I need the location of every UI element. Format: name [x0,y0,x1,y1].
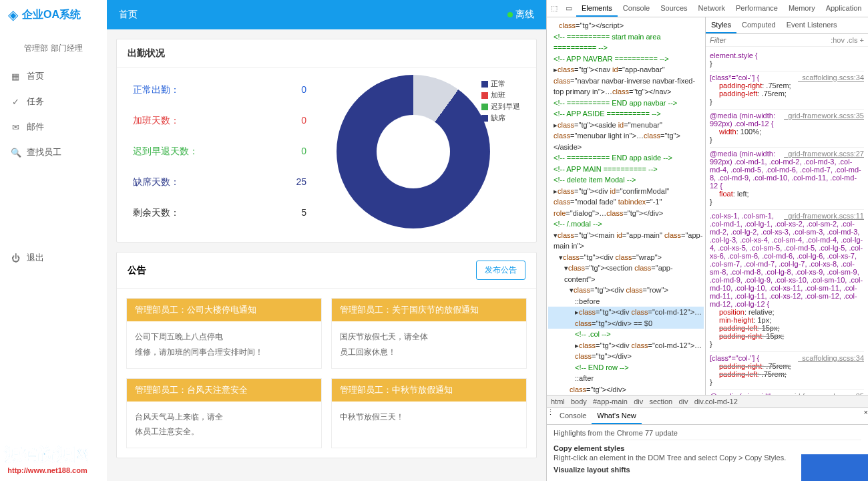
devtools-tab-application[interactable]: Application [821,1,867,17]
dom-node[interactable]: <!-- ========== END app aside --> [548,152,704,164]
notice-card[interactable]: 管理部员工：台风天注意安全台风天气马上来临，请全体员工注意安全。 [126,378,322,449]
devtools-tab-performance[interactable]: Performance [730,1,783,17]
dom-node[interactable]: <!-- .col --> [548,329,704,340]
stat-value: 0 [280,115,306,127]
dom-node[interactable]: <!-- ========== END app navbar --> [548,98,704,109]
drawer-headline: Highlights from the Chrome 77 update [554,429,861,440]
dom-node[interactable]: ▸class="tg"><div class="col-md-12">…clas… [548,307,704,329]
dom-node[interactable]: ::before [548,296,704,307]
devtools-tab-network[interactable]: Network [693,1,730,17]
elements-tree[interactable]: class="tg"></script​><!-- ========== sta… [547,17,706,395]
stat-label: 缺席天数： [133,176,226,188]
legend-label: 迟到早退 [491,102,520,112]
dom-node[interactable]: ▸class="tg"><nav id="app-navbar" class="… [548,64,704,98]
legend-label: 正常 [491,79,505,89]
devtools-tab-memory[interactable]: Memory [783,1,821,17]
nav-item-3[interactable]: 🔍查找员工 [0,140,107,165]
dom-node[interactable]: ▸class="tg"><div id="confirmModal" class… [548,186,704,219]
nav-item-2[interactable]: ✉邮件 [0,114,107,140]
chart-legend: 正常加班迟到早退缺席 [481,79,520,124]
dom-node[interactable]: ▸class="tg"><div class="col-md-12">…clas… [548,340,704,362]
logo[interactable]: ◈ 企业OA系统 [0,0,107,29]
attendance-panel: 出勤状况 正常出勤：0加班天数：0迟到早退天数：0缺席天数：25剩余天数：5 正… [116,39,537,243]
breadcrumb[interactable]: html body #app-main div section div div.… [547,395,868,408]
notice-head: 管理部员工：中秋节放假通知 [332,379,526,402]
inspect-icon[interactable]: ⬚ [547,4,562,13]
attendance-title: 出勤状况 [117,39,536,68]
crumb-item[interactable]: div [634,397,643,406]
css-rule[interactable]: _scaffolding.scss:34[class*="col-"] {pad… [710,352,864,390]
dom-node[interactable]: <!-- END row --> [548,362,704,373]
dom-node[interactable]: <!-- ========== start main area ========… [548,31,704,53]
devtools-tab-sources[interactable]: Sources [655,1,692,17]
drawer-body: Highlights from the Chrome 77 update Cop… [547,425,868,481]
dom-node[interactable]: ▾class="tg"><section class="app-content"… [548,263,704,285]
dom-node[interactable]: ▾class="tg"><div class="row"> [548,285,704,296]
styles-tab-styles[interactable]: Styles [706,17,736,33]
dom-node[interactable]: ::after [548,373,704,384]
styles-tab-computed[interactable]: Computed [736,17,781,33]
crumb-item[interactable]: html [551,397,565,406]
nav-item-1[interactable]: ✓任务 [0,89,107,114]
stat-row: 正常出勤：0 [133,75,306,106]
dom-node[interactable]: <!-- APP MAIN ========== --> [548,164,704,175]
watermark: 源码资源网 http://www.net188.com [4,443,91,474]
crumb-item[interactable]: #app-main [593,397,628,406]
stat-label: 剩余天数： [133,207,226,219]
css-rule[interactable]: _grid-framework.scss:27@media (min-width… [710,148,864,210]
drawer-tab-what-s-new[interactable]: What's New [592,408,641,424]
devtools-tab-console[interactable]: Console [618,1,655,17]
css-rule[interactable]: _grid-framework.scss:11.col-xs-1, .col-s… [710,210,864,352]
stat-row: 剩余天数：5 [133,198,306,228]
styles-filter-input[interactable] [710,36,750,44]
dom-node[interactable]: <!-- /.modal --> [548,218,704,230]
notice-card[interactable]: 管理部员工：公司大楼停电通知公司下周五晚上八点停电维修，请加班的同事合理安排时间… [126,298,322,369]
notice-card[interactable]: 管理部员工：关于国庆节的放假通知国庆节放假七天，请全体员工回家休息！ [331,298,527,369]
publish-notice-button[interactable]: 发布公告 [476,261,525,280]
device-icon[interactable]: ▭ [562,4,576,13]
styles-tab-event-listeners[interactable]: Event Listeners [781,17,843,33]
nav-icon: ▦ [11,71,20,82]
drawer-graphic [801,454,868,481]
attendance-donut-chart [337,75,490,228]
drawer-close-icon[interactable]: × [864,408,868,424]
dom-node[interactable]: ▾class="tg"><div class="wrap"> [548,252,704,263]
crumb-item[interactable]: body [571,397,587,406]
drawer-tab-console[interactable]: Console [554,408,592,424]
legend-item: 正常 [481,79,520,89]
css-rule[interactable]: _scaffolding.scss:34[class*="col-"] {pad… [710,71,864,110]
crumb-item[interactable]: section [649,397,672,406]
dom-node[interactable]: ▸class="tg"><aside id="menubar" class="m… [548,120,704,153]
drawer-menu-icon[interactable]: ⋮ [547,408,554,424]
devtools-tab-elements[interactable]: Elements [576,1,618,17]
notice-body: 台风天气马上来临，请全体员工注意安全。 [127,402,321,448]
legend-item: 迟到早退 [481,102,520,112]
nav-icon: ✉ [11,122,20,132]
nav-label: 查找员工 [27,146,61,158]
status-indicator[interactable]: 离线 [507,9,534,21]
cls-toggle[interactable]: .cls [847,36,858,44]
dom-node[interactable]: class="tg"></script​> [548,20,704,31]
logout-label: 退出 [27,252,44,264]
dom-node[interactable]: class="tg"></div> [548,384,704,395]
nav-item-0[interactable]: ▦首页 [0,63,107,89]
logout-button[interactable]: ⏻ 退出 [0,245,107,271]
power-icon: ⏻ [11,253,20,263]
stat-label: 正常出勤： [133,84,226,96]
hov-toggle[interactable]: :hov [831,36,845,44]
css-rule[interactable]: element.style {} [710,49,864,71]
dom-node[interactable]: <!-- APP ASIDE ========== --> [548,108,704,120]
dom-node[interactable]: <!-- APP NAVBAR ========== --> [548,53,704,65]
css-rule[interactable]: _grid-framework.scss:35@media (min-width… [710,390,864,395]
dom-node[interactable]: <!-- delete item Modal --> [548,174,704,186]
dom-node[interactable]: ▾class="tg"><main id="app-main" class="a… [548,230,704,252]
nav-label: 任务 [27,96,44,108]
styles-rules[interactable]: element.style {}_scaffolding.scss:34[cla… [706,47,868,395]
css-rule[interactable]: _grid-framework.scss:35@media (min-width… [710,110,864,148]
nav-icon: ✓ [11,97,20,107]
crumb-item[interactable]: div [678,397,688,406]
page-title: 首页 [119,9,138,21]
crumb-item[interactable]: div.col-md-12 [694,397,738,406]
stat-value: 5 [280,207,306,219]
notice-card[interactable]: 管理部员工：中秋节放假通知中秋节放假三天！ [331,378,527,449]
